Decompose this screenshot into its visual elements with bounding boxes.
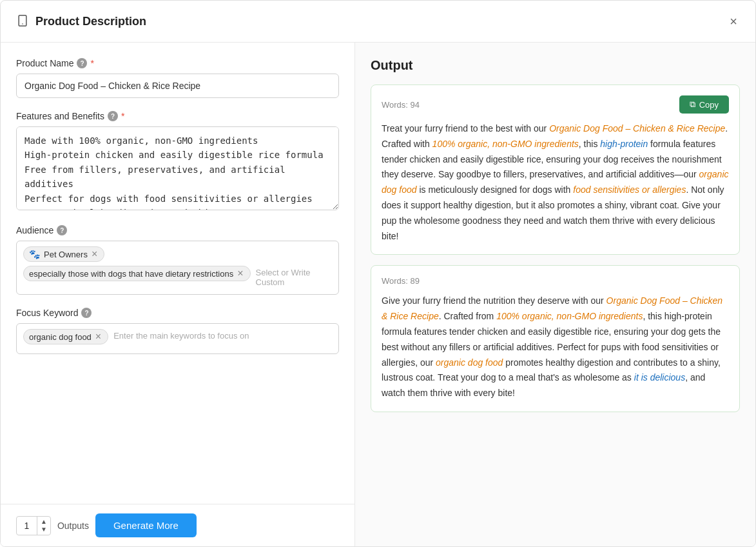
- features-required: *: [121, 111, 124, 121]
- modal-body: Product Name ? * Features and Benefits ?…: [1, 43, 755, 546]
- right-panel: Output Words: 94 ⧉ Copy Treat your furry…: [355, 43, 755, 546]
- text-seg: 100% organic, non-GMO ingredients: [432, 139, 579, 149]
- text-seg: organic dog food: [436, 357, 503, 368]
- outputs-stepper[interactable]: 1 ▲ ▼: [16, 516, 51, 535]
- copy-button-1[interactable]: ⧉ Copy: [679, 95, 729, 114]
- product-name-required: *: [90, 58, 93, 68]
- audience-group: Audience ? 🐾 Pet Owners × especially tho…: [16, 225, 339, 295]
- audience-tag-input[interactable]: 🐾 Pet Owners × especially those with dog…: [16, 241, 339, 295]
- svg-rect-0: [19, 15, 26, 26]
- features-group: Features and Benefits ? * Made with 100%…: [16, 111, 339, 212]
- generate-more-button[interactable]: Generate More: [95, 513, 197, 537]
- text-seg: Organic Dog Food – Chicken & Rice Recipe: [549, 123, 725, 134]
- copy-icon-1: ⧉: [690, 99, 695, 110]
- text-seg: . Crafted from: [439, 311, 496, 321]
- audience-tag-dietary-remove[interactable]: ×: [237, 268, 243, 279]
- output-card-2: Words: 89 Give your furry friend the nut…: [371, 265, 740, 412]
- outputs-label: Outputs: [57, 521, 89, 531]
- features-textarea[interactable]: Made with 100% organic, non-GMO ingredie…: [16, 126, 339, 210]
- output-title: Output: [371, 58, 740, 73]
- product-name-label: Product Name ? *: [16, 58, 339, 68]
- stepper-arrows: ▲ ▼: [37, 518, 50, 533]
- modal-header: Product Description ×: [1, 1, 755, 43]
- product-name-input[interactable]: [16, 74, 339, 98]
- focus-keyword-label: Focus Keyword ?: [16, 308, 339, 318]
- text-seg: Give your furry friend the nutrition the…: [382, 295, 606, 306]
- audience-tag-dietary-label: especially those with dogs that have die…: [29, 269, 233, 279]
- audience-label: Audience ?: [16, 225, 339, 235]
- output-card-2-header: Words: 89: [382, 276, 729, 286]
- product-name-group: Product Name ? *: [16, 58, 339, 98]
- output-card-1-text: Treat your furry friend to the best with…: [382, 121, 729, 244]
- audience-tag-pet-owners-remove[interactable]: ×: [92, 249, 97, 259]
- text-seg: high-protein: [600, 139, 648, 149]
- output-card-1-header: Words: 94 ⧉ Copy: [382, 95, 729, 114]
- output-card-2-words: Words: 89: [382, 276, 420, 286]
- audience-tag-pet-owners-label: Pet Owners: [44, 250, 88, 259]
- close-button[interactable]: ×: [727, 12, 740, 30]
- outputs-value: 1: [17, 517, 37, 535]
- focus-keyword-tag-organic: organic dog food ×: [23, 329, 108, 344]
- output-card-2-text: Give your furry friend the nutrition the…: [382, 293, 729, 401]
- stepper-up[interactable]: ▲: [37, 518, 50, 526]
- product-name-help-icon[interactable]: ?: [77, 58, 87, 68]
- copy-label-1: Copy: [699, 100, 719, 110]
- audience-help-icon[interactable]: ?: [57, 225, 67, 235]
- bottom-bar: 1 ▲ ▼ Outputs Generate More: [1, 504, 354, 546]
- text-seg: Treat your furry friend to the best with…: [382, 123, 549, 134]
- focus-keyword-tag-remove[interactable]: ×: [95, 332, 101, 342]
- header-left: Product Description: [16, 14, 146, 29]
- features-label: Features and Benefits ? *: [16, 111, 339, 121]
- modal-container: Product Description × Product Name ? *: [0, 0, 756, 547]
- focus-keyword-tag-input[interactable]: organic dog food × Enter the main keywor…: [16, 323, 339, 354]
- focus-keyword-help-icon[interactable]: ?: [81, 308, 92, 318]
- focus-keyword-tag-label: organic dog food: [29, 332, 92, 342]
- audience-tag-pet-owners: 🐾 Pet Owners ×: [23, 246, 104, 262]
- features-help-icon[interactable]: ?: [108, 111, 118, 121]
- output-card-1: Words: 94 ⧉ Copy Treat your furry friend…: [371, 85, 740, 255]
- left-panel-scroll: Product Name ? * Features and Benefits ?…: [1, 43, 354, 504]
- text-seg: it is delicious: [634, 372, 685, 383]
- stepper-down[interactable]: ▼: [37, 526, 50, 533]
- focus-keyword-group: Focus Keyword ? organic dog food × Enter…: [16, 308, 339, 354]
- audience-tag-dietary: especially those with dogs that have die…: [23, 266, 251, 281]
- focus-keyword-placeholder: Enter the main keywords to focus on: [112, 329, 332, 343]
- audience-placeholder: Select or Write Custom: [255, 266, 332, 289]
- text-seg: food sensitivities or allergies: [573, 184, 686, 195]
- output-card-1-words: Words: 94: [382, 100, 420, 110]
- text-seg: 100% organic, non-GMO ingredients: [496, 311, 643, 321]
- left-panel: Product Name ? * Features and Benefits ?…: [1, 43, 355, 546]
- phone-icon: [16, 14, 29, 29]
- modal-title: Product Description: [35, 15, 146, 28]
- text-seg: is meticulously designed for dogs with: [417, 184, 574, 195]
- paw-icon: 🐾: [29, 249, 40, 259]
- text-seg: , this: [579, 139, 600, 149]
